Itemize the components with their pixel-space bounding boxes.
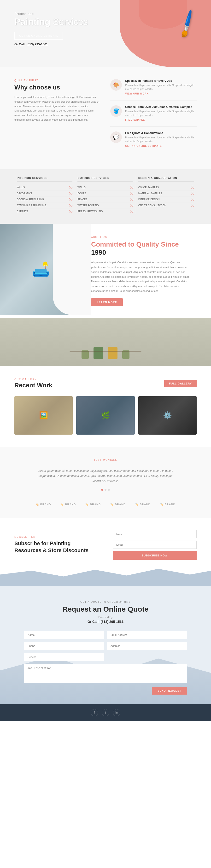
- services-grid: Interior Services WALLS ✓ DECORATIVE ✓ D…: [14, 177, 197, 214]
- learn-more-button[interactable]: LEARN MORE: [91, 298, 123, 306]
- services-col-title-3: Design & Consultation: [138, 177, 194, 182]
- about-shape-divider: [53, 224, 91, 315]
- form-phone-input[interactable]: [24, 642, 104, 650]
- work-item-1[interactable]: 🖼️: [14, 396, 73, 435]
- form-col-empty: [107, 653, 187, 661]
- service-item: CARPETS ✓: [17, 209, 72, 214]
- testimonials-section: TESTIMONIALS Lorem ipsum dolor sit amet,…: [0, 446, 211, 518]
- service-label: INTERIOR DESIGN: [138, 198, 160, 201]
- feature-card-1: 🎨 Specialized Painters for Every Job Pro…: [110, 79, 197, 100]
- service-item: DOORS & REFINISHING ✓: [17, 196, 72, 203]
- feature-title-2: Choose From Over 200 Color & Material Sa…: [125, 105, 197, 108]
- why-choose-section: QUALITY FIRST Why choose us Lorem ipsum …: [0, 67, 211, 169]
- service-check-icon: ✓: [69, 198, 72, 201]
- service-check-icon: ✓: [130, 186, 133, 189]
- service-label: WALLS: [78, 186, 86, 189]
- plant-pot-yellow: [108, 347, 118, 359]
- feature-link-1[interactable]: VIEW OUR WORK: [125, 92, 149, 95]
- service-item: STAINING & REFINISHING ✓: [17, 203, 72, 209]
- service-item: DECORATIVE ✓: [17, 190, 72, 196]
- services-col-design: Design & Consultation COLOR SAMPLES ✓ MA…: [136, 177, 197, 214]
- service-label: WALLS: [17, 186, 25, 189]
- why-grid: QUALITY FIRST Why choose us Lorem ipsum …: [14, 79, 197, 157]
- work-item-2[interactable]: 🌿: [76, 396, 134, 435]
- work-item-3[interactable]: ⚙️: [138, 396, 197, 435]
- work-title: Recent Work: [14, 381, 52, 389]
- why-left-content: QUALITY FIRST Why choose us Lorem ipsum …: [14, 79, 101, 157]
- form-row-2: [24, 642, 187, 650]
- why-label: QUALITY FIRST: [14, 79, 101, 82]
- service-label: PRESSURE WASHING: [78, 210, 102, 213]
- quote-content: GET A QUOTE IN UNDER 24 HRS Request an O…: [14, 600, 197, 694]
- testimonial-dots: [24, 489, 187, 491]
- brand-logo-2: 🏷️ BRAND: [60, 503, 76, 506]
- feature-content-1: Specialized Painters for Every Job Proin…: [125, 79, 197, 95]
- form-name-input[interactable]: [24, 631, 104, 639]
- about-text: Aliquam erat volutpat. Curabitur sodales…: [91, 260, 192, 293]
- form-address-input[interactable]: [107, 642, 187, 650]
- why-description: Lorem ipsum dolor sit amet, consectetur …: [14, 95, 101, 122]
- service-label: DOORS & REFINISHING: [17, 198, 44, 201]
- feature-icon-1: 🎨: [110, 79, 122, 91]
- form-email-input[interactable]: [107, 631, 187, 639]
- service-label: WATERPROOFING: [78, 204, 98, 207]
- facebook-social-icon[interactable]: f: [91, 709, 98, 716]
- quote-call: Or Call: (513) 295-1561: [14, 620, 197, 624]
- brand-logos: 🏷️ BRAND 🏷️ BRAND 🏷️ BRAND 🏷️ BRAND 🏷️ B…: [24, 498, 187, 506]
- newsletter-email-input[interactable]: [113, 540, 197, 549]
- twitter-social-icon[interactable]: t: [102, 709, 109, 716]
- feature-desc-3: Proin nulla nibh pretium enim ligula ut …: [125, 136, 197, 144]
- service-label: COLOR SAMPLES: [138, 186, 159, 189]
- form-description-textarea[interactable]: [24, 664, 187, 683]
- newsletter-section: NEWSLETTER Subscribe for Painting Resour…: [0, 518, 211, 572]
- newsletter-name-input[interactable]: [113, 530, 197, 538]
- feature-link-3[interactable]: GET AN ONLINE ESTIMATE: [125, 145, 162, 147]
- hero-title-bold: Painting: [14, 17, 53, 27]
- services-col-interior: Interior Services WALLS ✓ DECORATIVE ✓ D…: [14, 177, 75, 214]
- service-check-icon: ✓: [191, 198, 194, 201]
- feature-content-3: Free Quote & Consultations Proin nulla n…: [125, 131, 197, 148]
- subscribe-button[interactable]: SUBSCRIBE NOW: [113, 551, 197, 560]
- services-col-outdoor: Outdoor Services WALLS ✓ DOORS ✓ FENCES …: [75, 177, 136, 214]
- form-service-select[interactable]: Service Interior Painting Exterior Paint…: [24, 653, 104, 661]
- service-check-icon: ✓: [69, 210, 72, 213]
- plant-pot-small-2: [122, 350, 129, 359]
- feature-card-2: 🪣 Choose From Over 200 Color & Material …: [110, 105, 197, 127]
- dot-1[interactable]: [101, 489, 103, 491]
- dot-3[interactable]: [108, 489, 110, 491]
- service-item: ONSITE CONSULTATION ✓: [138, 203, 194, 208]
- get-estimate-button[interactable]: GET AN ONLINE ESTIMATE: [14, 32, 63, 39]
- about-title: Committed to Quality Since 1990: [91, 240, 197, 256]
- service-label: DOORS: [78, 192, 86, 195]
- service-check-icon: ✓: [191, 204, 194, 207]
- newsletter-title: Subscribe for Painting Resources & Store…: [14, 540, 98, 554]
- testimonials-label: TESTIMONIALS: [24, 459, 187, 461]
- about-content: ABOUT US Committed to Quality Since 1990…: [86, 224, 211, 318]
- quote-label: GET A QUOTE IN UNDER 24 HRS: [14, 600, 197, 603]
- service-check-icon: ✓: [191, 186, 194, 189]
- hero-title-normal: Services: [53, 17, 88, 27]
- service-item: WATERPROOFING ✓: [78, 203, 133, 209]
- shelf-visual: [0, 318, 211, 366]
- brand-logo-1: 🏷️ BRAND: [36, 503, 51, 506]
- service-item: PRESSURE WASHING ✓: [78, 209, 133, 214]
- plant-pot-small: [82, 350, 89, 359]
- hero-subtitle: Professional: [14, 12, 197, 16]
- form-row-3: Service Interior Painting Exterior Paint…: [24, 653, 187, 661]
- work-label: OUR GALLERY: [14, 378, 52, 381]
- quote-title: Request an Online Quote: [14, 605, 197, 613]
- linkedin-social-icon[interactable]: in: [113, 709, 120, 716]
- service-label: STAINING & REFINISHING: [17, 204, 46, 207]
- service-item: FENCES ✓: [78, 196, 133, 203]
- form-submit-button[interactable]: SEND REQUEST: [152, 687, 187, 694]
- feature-title-1: Specialized Painters for Every Job: [125, 79, 197, 83]
- service-check-icon: ✓: [69, 192, 72, 195]
- service-item: WALLS ✓: [17, 184, 72, 190]
- dot-2[interactable]: [104, 489, 107, 491]
- feature-icon-2: 🪣: [110, 105, 122, 117]
- service-check-icon: ✓: [130, 210, 133, 213]
- about-gallery-image: [0, 318, 211, 366]
- feature-link-2[interactable]: FREE SAMPLE: [125, 119, 145, 121]
- full-gallery-button[interactable]: FULL GALLERY: [164, 380, 197, 388]
- quote-call-prefix: Or Call:: [88, 620, 100, 624]
